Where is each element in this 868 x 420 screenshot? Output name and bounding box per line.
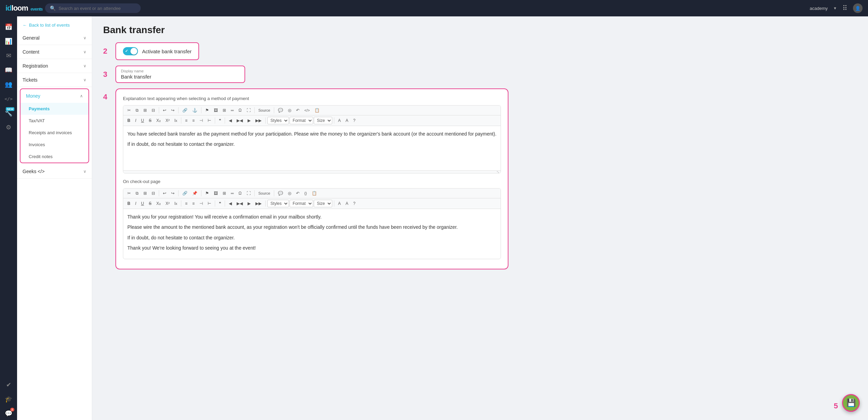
tb2-redo[interactable]: ↪ — [169, 190, 177, 197]
nav-section-header-general[interactable]: General ∨ — [17, 31, 92, 45]
display-name-box[interactable]: Display name Bank transfer — [115, 66, 245, 83]
tb-omega[interactable]: Ω — [237, 107, 244, 114]
tb2-format-select[interactable]: Format — [290, 200, 313, 207]
tb2-braces[interactable]: {} — [302, 190, 309, 196]
tb2-align-center[interactable]: ▶◀ — [235, 200, 245, 207]
nav-section-header-money[interactable]: Money ∧ — [20, 89, 88, 103]
tb-template[interactable]: 📋 — [312, 107, 322, 114]
avatar[interactable]: 👤 — [853, 3, 863, 13]
sidebar-item-chat[interactable]: 💬 2 — [2, 407, 15, 420]
sidebar-item-code[interactable]: </> — [2, 92, 15, 105]
tb2-comment[interactable]: 💬 — [276, 190, 285, 197]
sidebar-item-check[interactable]: ✔ — [2, 378, 15, 391]
tb2-styles-select[interactable]: Styles — [267, 200, 289, 207]
tb-cut[interactable]: ✂ — [125, 107, 133, 114]
tb-anchor[interactable]: ⚓ — [190, 107, 199, 114]
tb-comment[interactable]: 💬 — [276, 107, 285, 114]
tb-fullscreen[interactable]: ⛶ — [244, 107, 253, 114]
sidebar-item-settings[interactable]: ⚙ — [2, 121, 15, 134]
tb2-table[interactable]: ⊞ — [221, 190, 228, 197]
tb2-size-select[interactable]: Size — [314, 200, 332, 207]
tb-redo[interactable]: ↪ — [169, 107, 177, 114]
explanation-editor-body[interactable]: You have selected bank transfer as the p… — [123, 126, 501, 170]
checkout-editor-body[interactable]: Thank you for your registration! You wil… — [123, 209, 501, 259]
tb2-source[interactable]: Source — [256, 190, 272, 196]
tb2-blockquote[interactable]: ❝ — [217, 200, 223, 207]
tb2-image[interactable]: 🖼 — [212, 190, 220, 197]
tb2-paste2[interactable]: ⊟ — [150, 190, 157, 197]
tb-copy[interactable]: ⧉ — [134, 107, 141, 114]
sidebar-item-users[interactable]: 👥 — [2, 78, 15, 91]
tb-sub[interactable]: X₂ — [154, 117, 163, 124]
nav-item-payments[interactable]: Payments — [20, 103, 88, 115]
sidebar-item-book[interactable]: 📖 — [2, 64, 15, 76]
tb2-align-justify[interactable]: ▶▶ — [253, 200, 264, 207]
nav-section-header-geeks[interactable]: Geeks </> ∨ — [17, 165, 92, 178]
tb-bold[interactable]: B — [125, 117, 132, 124]
tb2-sup[interactable]: X² — [164, 200, 172, 207]
tb-source[interactable]: Source — [256, 107, 272, 113]
back-to-events-link[interactable]: ← Back to list of events — [17, 19, 92, 31]
tb-align-left[interactable]: ◀ — [227, 117, 234, 124]
tb2-undo[interactable]: ↩ — [161, 190, 168, 197]
tb-align-justify[interactable]: ▶▶ — [253, 117, 264, 124]
tb-underline[interactable]: U — [139, 117, 146, 124]
tb-outdent[interactable]: ⊢ — [206, 117, 213, 124]
tb2-hr[interactable]: ═ — [229, 190, 236, 197]
tb2-copy[interactable]: ⧉ — [134, 190, 141, 197]
search-bar[interactable]: 🔍 — [45, 3, 141, 13]
tb2-back[interactable]: ↶ — [294, 190, 302, 197]
tb2-italic[interactable]: I — [133, 200, 138, 207]
tb2-spell[interactable]: ◎ — [286, 190, 293, 197]
tb2-align-left[interactable]: ◀ — [227, 200, 234, 207]
tb-code[interactable]: </> — [302, 107, 312, 113]
tb-indent[interactable]: ⊣ — [197, 117, 205, 124]
tb-blockquote[interactable]: ❝ — [217, 117, 223, 124]
nav-section-header-content[interactable]: Content ∨ — [17, 45, 92, 59]
tb2-anchor[interactable]: 📌 — [190, 190, 199, 197]
nav-section-header-tickets[interactable]: Tickets ∨ — [17, 73, 92, 87]
tb-image[interactable]: 🖼 — [212, 107, 220, 114]
nav-item-invoices[interactable]: Invoices — [20, 139, 88, 151]
tb-paste2[interactable]: ⊟ — [150, 107, 157, 114]
sidebar-item-calendar[interactable]: 📅 — [2, 20, 15, 33]
tb-styles-select[interactable]: Styles — [267, 117, 289, 124]
tb-align-center[interactable]: ▶◀ — [235, 117, 245, 124]
tb-back[interactable]: ↶ — [294, 107, 302, 114]
tb2-align-right[interactable]: ▶ — [246, 200, 253, 207]
sidebar-item-email[interactable]: ✉ — [2, 49, 15, 62]
tb2-ul[interactable]: ≡ — [190, 200, 197, 207]
tb2-fontcolor[interactable]: A — [336, 200, 343, 207]
activate-toggle[interactable]: ✓ — [123, 47, 138, 55]
dropdown-arrow[interactable]: ▼ — [833, 6, 837, 10]
tb2-cut[interactable]: ✂ — [125, 190, 133, 197]
tb-ol[interactable]: ≡ — [183, 117, 190, 124]
sidebar-item-chart[interactable]: 📊 — [2, 35, 15, 48]
tb2-ol[interactable]: ≡ — [183, 200, 190, 207]
tb-help[interactable]: ? — [351, 117, 358, 124]
tb-flag[interactable]: ⚑ — [203, 107, 211, 114]
search-input[interactable] — [58, 6, 127, 11]
tb2-omega[interactable]: Ω — [237, 190, 244, 197]
app-grid-icon[interactable]: ⠿ — [842, 4, 848, 12]
sidebar-item-grad[interactable]: 🎓 — [2, 393, 15, 406]
tb2-bgcolor[interactable]: A — [344, 200, 350, 207]
tb-sup[interactable]: X² — [164, 117, 172, 124]
tb-fontcolor[interactable]: A — [336, 117, 343, 124]
tb-spell[interactable]: ◎ — [286, 107, 293, 114]
tb2-sub[interactable]: X₂ — [154, 200, 163, 207]
tb2-bold[interactable]: B — [125, 200, 132, 207]
tb-strike[interactable]: S — [147, 117, 154, 124]
editor-resize-handle[interactable]: ⤡ — [123, 170, 501, 173]
tb2-template[interactable]: 📋 — [310, 190, 319, 197]
tb-size-select[interactable]: Size — [314, 117, 332, 124]
nav-item-receipts[interactable]: Receipts and invoices — [20, 127, 88, 139]
tb2-indent[interactable]: ⊣ — [197, 200, 205, 207]
tb-table[interactable]: ⊞ — [221, 107, 228, 114]
tb-paste[interactable]: ⊞ — [141, 107, 149, 114]
tb-bgcolor[interactable]: A — [344, 117, 350, 124]
nav-item-taxvat[interactable]: Tax/VAT — [20, 115, 88, 127]
tb-undo[interactable]: ↩ — [161, 107, 168, 114]
tb-align-right[interactable]: ▶ — [246, 117, 253, 124]
tb-italic[interactable]: I — [133, 117, 138, 124]
